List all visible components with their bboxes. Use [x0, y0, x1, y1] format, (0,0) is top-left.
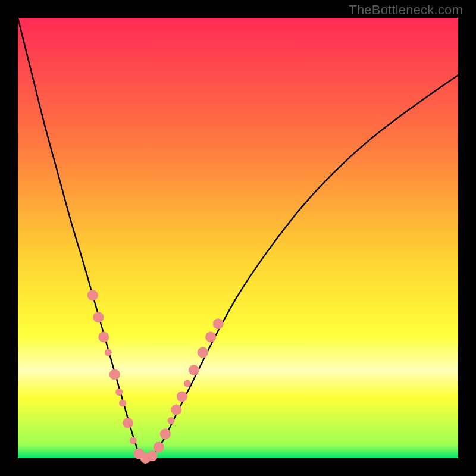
- curve-marker: [87, 290, 98, 300]
- curve-marker: [177, 391, 187, 402]
- curve-marker: [115, 389, 123, 396]
- curve-marker: [198, 347, 208, 358]
- curve-marker: [130, 437, 137, 444]
- curve-marker: [123, 418, 133, 428]
- curve-marker: [105, 349, 112, 356]
- curve-marker: [213, 318, 224, 329]
- plot-area: [18, 18, 458, 458]
- curve-marker: [189, 365, 199, 375]
- curve-marker: [109, 369, 120, 380]
- chart-frame: TheBottleneck.com: [0, 0, 476, 476]
- curve-marker: [205, 332, 216, 343]
- curve-svg: [18, 18, 458, 458]
- bottleneck-curve-path: [18, 18, 458, 461]
- curve-marker: [168, 417, 175, 424]
- watermark-text: TheBottleneck.com: [349, 2, 463, 18]
- curve-marker: [147, 450, 158, 461]
- curve-marker: [171, 405, 181, 415]
- curve-marker: [184, 380, 191, 387]
- marker-group: [87, 290, 224, 464]
- curve-marker: [119, 400, 126, 407]
- curve-marker: [98, 332, 109, 343]
- curve-marker: [154, 442, 164, 453]
- curve-marker: [160, 428, 171, 439]
- curve-marker: [93, 312, 104, 322]
